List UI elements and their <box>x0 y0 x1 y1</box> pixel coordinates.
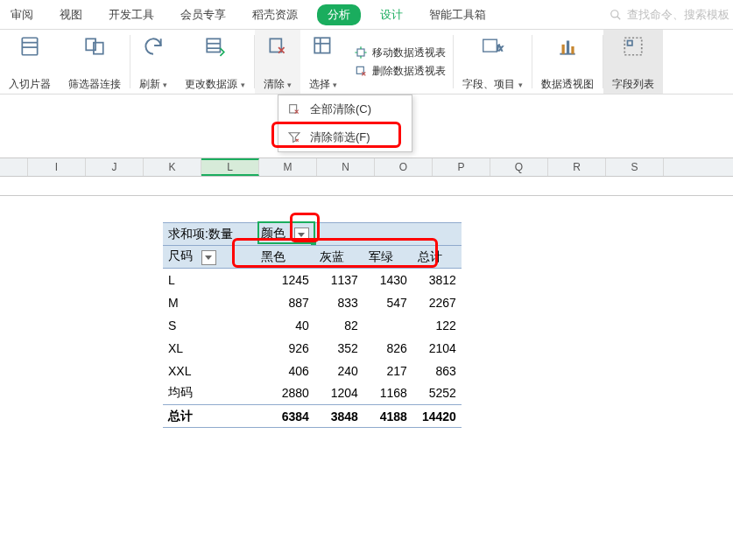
tab-smart[interactable]: 智能工具箱 <box>422 4 493 26</box>
colhdr-3[interactable]: 总计 <box>412 246 462 269</box>
col-I[interactable]: I <box>28 158 86 176</box>
tab-dooke[interactable]: 稻壳资源 <box>245 4 305 26</box>
clear-all-item[interactable]: 全部清除(C) <box>278 95 412 123</box>
move-pivot-label: 移动数据透视表 <box>372 46 446 60</box>
chevron-down-icon: ▾ <box>163 80 167 89</box>
svg-rect-24 <box>290 105 297 113</box>
slicer-icon <box>18 35 41 58</box>
refresh-label: 刷新 <box>139 78 160 90</box>
svg-rect-16 <box>483 39 497 52</box>
column-header-row: I J K L M N O P Q R S <box>0 158 733 177</box>
row-filter-icon[interactable] <box>201 250 216 265</box>
select-button[interactable]: 选择 ▾ <box>300 30 346 94</box>
refresh-icon <box>142 35 165 58</box>
datasource-icon <box>204 35 227 58</box>
fields-items-button[interactable]: fx 字段、项目 ▾ <box>454 30 531 94</box>
command-search[interactable]: 查找命令、搜索模板 <box>610 7 729 23</box>
clear-all-label: 全部清除(C) <box>310 102 371 117</box>
search-icon <box>610 9 622 21</box>
svg-rect-7 <box>207 38 220 52</box>
col-L[interactable]: L <box>201 158 259 176</box>
svg-rect-11 <box>314 38 329 52</box>
clear-button[interactable]: 清除 ▾ <box>255 30 300 94</box>
svg-rect-19 <box>561 45 564 54</box>
tab-view[interactable]: 视图 <box>53 4 89 26</box>
field-list-icon <box>622 35 645 58</box>
filter-connection-button[interactable]: 筛选器连接 <box>60 30 130 94</box>
tab-dev[interactable]: 开发工具 <box>102 4 161 26</box>
table-row: S4082122 <box>163 314 462 337</box>
fields-items-label: 字段、项目 <box>462 78 515 90</box>
field-list-label: 字段列表 <box>612 77 654 92</box>
clear-all-icon <box>287 102 303 116</box>
col-K[interactable]: K <box>144 158 201 176</box>
table-row: L1245113714303812 <box>163 269 462 291</box>
delete-icon <box>353 64 369 78</box>
table-row: M8878335472267 <box>163 291 462 314</box>
table-total-row: 总计 6384 3848 4188 14420 <box>163 405 462 428</box>
pivot-corner: 求和项:数量 <box>163 223 256 246</box>
pivot-col-field[interactable]: 颜色 <box>256 223 314 246</box>
fx-icon: fx <box>482 35 504 58</box>
refresh-button[interactable]: 刷新 ▾ <box>130 30 176 94</box>
filter-connection-label: 筛选器连接 <box>68 77 121 92</box>
tab-member[interactable]: 会员专享 <box>173 4 233 26</box>
col-Q[interactable]: Q <box>490 158 548 176</box>
svg-text:fx: fx <box>497 44 503 52</box>
table-row: 均码2880120411685252 <box>163 382 462 405</box>
pivot-table[interactable]: 求和项:数量 颜色 尺码 黑色 灰蓝 军绿 总计 L12451137143038… <box>163 222 462 428</box>
col-O[interactable]: O <box>375 158 433 176</box>
pivot-row-field[interactable]: 尺码 <box>163 246 256 269</box>
table-row: XXL406240217863 <box>163 360 462 382</box>
change-datasource-label: 更改数据源 <box>185 78 237 90</box>
pivot-chart-button[interactable]: 数据透视图 <box>532 30 603 94</box>
clear-label: 清除 <box>264 78 285 90</box>
col-N[interactable]: N <box>317 158 375 176</box>
svg-point-0 <box>611 10 618 17</box>
pivot-chart-label: 数据透视图 <box>541 77 594 92</box>
chevron-down-icon: ▾ <box>287 80 292 89</box>
select-icon <box>312 35 335 58</box>
colhdr-2[interactable]: 军绿 <box>363 246 412 269</box>
clear-filter-item[interactable]: 清除筛选(F) <box>278 123 412 151</box>
colhdr-0[interactable]: 黑色 <box>256 246 314 269</box>
colhdr-1[interactable]: 灰蓝 <box>314 246 363 269</box>
col-S[interactable]: S <box>606 158 664 176</box>
col-gutter <box>0 158 28 176</box>
col-R[interactable]: R <box>548 158 606 176</box>
clear-dropdown: 全部清除(C) 清除筛选(F) <box>278 94 412 152</box>
select-label: 选择 <box>309 78 330 90</box>
tab-design[interactable]: 设计 <box>373 4 410 26</box>
chevron-down-icon: ▾ <box>518 80 523 89</box>
svg-rect-23 <box>627 41 631 46</box>
svg-rect-20 <box>567 41 569 54</box>
col-M[interactable]: M <box>259 158 317 176</box>
delete-pivot-label: 删除数据透视表 <box>372 64 446 79</box>
svg-rect-10 <box>270 38 281 52</box>
table-row: XL9263528262104 <box>163 337 462 360</box>
col-filter-icon[interactable] <box>294 228 309 242</box>
clear-filter-label: 清除筛选(F) <box>310 130 370 145</box>
funnel-x-icon <box>287 130 303 144</box>
svg-rect-21 <box>571 46 574 54</box>
chevron-down-icon: ▾ <box>333 80 337 89</box>
search-placeholder: 查找命令、搜索模板 <box>627 7 729 23</box>
field-list-button[interactable]: 字段列表 <box>603 30 663 94</box>
tab-analysis[interactable]: 分析 <box>317 4 361 25</box>
formula-bar[interactable] <box>0 177 733 196</box>
col-P[interactable]: P <box>433 158 490 176</box>
svg-rect-2 <box>22 38 37 55</box>
clear-icon <box>266 35 289 58</box>
move-pivot-button[interactable]: 移动数据透视表 <box>353 46 446 60</box>
svg-line-1 <box>617 16 621 19</box>
chart-icon <box>556 35 579 58</box>
filter-link-icon <box>83 35 106 58</box>
change-datasource-button[interactable]: 更改数据源 ▾ <box>176 30 253 94</box>
delete-pivot-button[interactable]: 删除数据透视表 <box>353 64 446 79</box>
insert-slicer-button[interactable]: 入切片器 <box>0 30 60 94</box>
col-J[interactable]: J <box>86 158 144 176</box>
svg-rect-14 <box>357 49 364 56</box>
tab-review[interactable]: 审阅 <box>4 4 40 26</box>
insert-slicer-label: 入切片器 <box>9 77 51 92</box>
move-icon <box>353 46 369 60</box>
